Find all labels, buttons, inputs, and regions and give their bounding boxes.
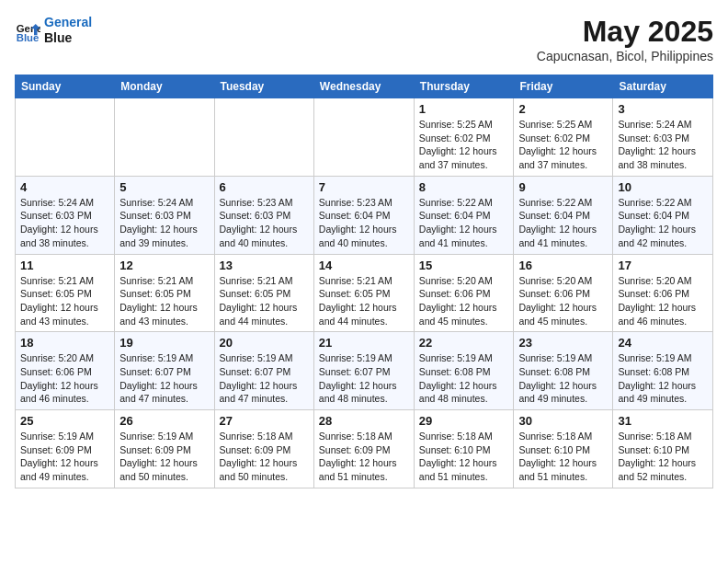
calendar-cell: 6Sunrise: 5:23 AM Sunset: 6:03 PM Daylig…: [214, 176, 313, 254]
day-number: 7: [319, 180, 409, 194]
calendar-cell: 22Sunrise: 5:19 AM Sunset: 6:08 PM Dayli…: [414, 332, 514, 410]
calendar-cell: 1Sunrise: 5:25 AM Sunset: 6:02 PM Daylig…: [414, 98, 514, 177]
calendar-cell: 26Sunrise: 5:19 AM Sunset: 6:09 PM Dayli…: [115, 410, 214, 488]
day-info: Sunrise: 5:19 AM Sunset: 6:07 PM Dayligh…: [319, 351, 409, 406]
calendar-header-row: SundayMondayTuesdayWednesdayThursdayFrid…: [16, 75, 713, 98]
day-number: 15: [419, 259, 509, 272]
calendar-cell: 23Sunrise: 5:19 AM Sunset: 6:08 PM Dayli…: [514, 332, 613, 410]
calendar-cell: 12Sunrise: 5:21 AM Sunset: 6:05 PM Dayli…: [115, 254, 214, 332]
calendar-cell: 29Sunrise: 5:18 AM Sunset: 6:10 PM Dayli…: [414, 410, 514, 488]
calendar-cell: 31Sunrise: 5:18 AM Sunset: 6:10 PM Dayli…: [613, 410, 713, 488]
calendar-cell: 15Sunrise: 5:20 AM Sunset: 6:06 PM Dayli…: [414, 254, 514, 332]
day-number: 4: [20, 180, 109, 194]
day-number: 2: [518, 102, 608, 116]
day-info: Sunrise: 5:24 AM Sunset: 6:03 PM Dayligh…: [618, 118, 708, 172]
day-number: 5: [119, 180, 209, 194]
weekday-header: Sunday: [16, 75, 115, 98]
day-number: 1: [419, 102, 509, 116]
day-number: 29: [419, 414, 509, 428]
day-info: Sunrise: 5:19 AM Sunset: 6:07 PM Dayligh…: [220, 351, 309, 406]
day-info: Sunrise: 5:22 AM Sunset: 6:04 PM Dayligh…: [419, 196, 509, 250]
day-number: 6: [220, 180, 309, 194]
day-info: Sunrise: 5:23 AM Sunset: 6:04 PM Dayligh…: [319, 196, 409, 250]
day-info: Sunrise: 5:18 AM Sunset: 6:10 PM Dayligh…: [618, 430, 708, 484]
day-number: 17: [618, 259, 708, 272]
day-info: Sunrise: 5:20 AM Sunset: 6:06 PM Dayligh…: [618, 274, 708, 328]
day-info: Sunrise: 5:21 AM Sunset: 6:05 PM Dayligh…: [119, 274, 209, 328]
calendar-cell: 13Sunrise: 5:21 AM Sunset: 6:05 PM Dayli…: [214, 254, 313, 332]
day-number: 12: [119, 259, 209, 272]
weekday-header: Friday: [514, 75, 613, 98]
weekday-header: Thursday: [414, 75, 514, 98]
day-number: 14: [319, 259, 409, 272]
calendar-cell: [214, 98, 313, 177]
day-number: 25: [20, 414, 109, 428]
day-info: Sunrise: 5:19 AM Sunset: 6:08 PM Dayligh…: [419, 351, 509, 406]
day-number: 26: [119, 414, 209, 428]
weekday-header: Wednesday: [313, 75, 414, 98]
weekday-header: Monday: [115, 75, 214, 98]
day-info: Sunrise: 5:24 AM Sunset: 6:03 PM Dayligh…: [119, 196, 209, 250]
day-info: Sunrise: 5:18 AM Sunset: 6:09 PM Dayligh…: [220, 430, 309, 484]
calendar-cell: 14Sunrise: 5:21 AM Sunset: 6:05 PM Dayli…: [313, 254, 414, 332]
calendar-cell: 21Sunrise: 5:19 AM Sunset: 6:07 PM Dayli…: [313, 332, 414, 410]
calendar-week-row: 25Sunrise: 5:19 AM Sunset: 6:09 PM Dayli…: [16, 410, 713, 488]
calendar-week-row: 1Sunrise: 5:25 AM Sunset: 6:02 PM Daylig…: [16, 98, 713, 177]
page-header: General Blue GeneralBlue May 2025 Capucn…: [15, 15, 713, 63]
day-info: Sunrise: 5:19 AM Sunset: 6:08 PM Dayligh…: [518, 351, 608, 406]
day-number: 11: [20, 259, 109, 272]
calendar-cell: [313, 98, 414, 177]
calendar-cell: 18Sunrise: 5:20 AM Sunset: 6:06 PM Dayli…: [16, 332, 115, 410]
calendar-cell: [115, 98, 214, 177]
logo-icon: General Blue: [15, 17, 40, 43]
day-number: 16: [518, 259, 608, 272]
day-info: Sunrise: 5:21 AM Sunset: 6:05 PM Dayligh…: [220, 274, 309, 328]
day-number: 23: [518, 336, 608, 350]
calendar-cell: 5Sunrise: 5:24 AM Sunset: 6:03 PM Daylig…: [115, 176, 214, 254]
calendar-cell: 25Sunrise: 5:19 AM Sunset: 6:09 PM Dayli…: [16, 410, 115, 488]
calendar-cell: 19Sunrise: 5:19 AM Sunset: 6:07 PM Dayli…: [115, 332, 214, 410]
day-number: 22: [419, 336, 509, 350]
day-info: Sunrise: 5:18 AM Sunset: 6:10 PM Dayligh…: [518, 430, 608, 484]
weekday-header: Tuesday: [214, 75, 313, 98]
calendar-cell: 8Sunrise: 5:22 AM Sunset: 6:04 PM Daylig…: [414, 176, 514, 254]
day-info: Sunrise: 5:19 AM Sunset: 6:09 PM Dayligh…: [119, 430, 209, 484]
calendar-week-row: 4Sunrise: 5:24 AM Sunset: 6:03 PM Daylig…: [16, 176, 713, 254]
calendar-cell: 30Sunrise: 5:18 AM Sunset: 6:10 PM Dayli…: [514, 410, 613, 488]
calendar-cell: 4Sunrise: 5:24 AM Sunset: 6:03 PM Daylig…: [16, 176, 115, 254]
day-number: 9: [518, 180, 608, 194]
day-info: Sunrise: 5:20 AM Sunset: 6:06 PM Dayligh…: [518, 274, 608, 328]
calendar-week-row: 11Sunrise: 5:21 AM Sunset: 6:05 PM Dayli…: [16, 254, 713, 332]
day-number: 13: [220, 259, 309, 272]
calendar-cell: 9Sunrise: 5:22 AM Sunset: 6:04 PM Daylig…: [514, 176, 613, 254]
calendar-cell: 24Sunrise: 5:19 AM Sunset: 6:08 PM Dayli…: [613, 332, 713, 410]
day-number: 24: [618, 336, 708, 350]
calendar-cell: 27Sunrise: 5:18 AM Sunset: 6:09 PM Dayli…: [214, 410, 313, 488]
logo-text: GeneralBlue: [44, 15, 92, 46]
calendar-cell: 11Sunrise: 5:21 AM Sunset: 6:05 PM Dayli…: [16, 254, 115, 332]
day-number: 27: [220, 414, 309, 428]
logo: General Blue GeneralBlue: [15, 15, 92, 46]
day-number: 8: [419, 180, 509, 194]
day-number: 18: [20, 336, 109, 350]
day-info: Sunrise: 5:23 AM Sunset: 6:03 PM Dayligh…: [220, 196, 309, 250]
day-number: 31: [618, 414, 708, 428]
subtitle: Capucnasan, Bicol, Philippines: [537, 49, 713, 63]
calendar-week-row: 18Sunrise: 5:20 AM Sunset: 6:06 PM Dayli…: [16, 332, 713, 410]
calendar-cell: 16Sunrise: 5:20 AM Sunset: 6:06 PM Dayli…: [514, 254, 613, 332]
calendar-cell: 10Sunrise: 5:22 AM Sunset: 6:04 PM Dayli…: [613, 176, 713, 254]
day-info: Sunrise: 5:21 AM Sunset: 6:05 PM Dayligh…: [319, 274, 409, 328]
day-number: 21: [319, 336, 409, 350]
day-info: Sunrise: 5:20 AM Sunset: 6:06 PM Dayligh…: [419, 274, 509, 328]
day-info: Sunrise: 5:25 AM Sunset: 6:02 PM Dayligh…: [518, 118, 608, 172]
calendar-cell: 7Sunrise: 5:23 AM Sunset: 6:04 PM Daylig…: [313, 176, 414, 254]
day-number: 28: [319, 414, 409, 428]
day-info: Sunrise: 5:19 AM Sunset: 6:07 PM Dayligh…: [119, 351, 209, 406]
calendar-cell: 2Sunrise: 5:25 AM Sunset: 6:02 PM Daylig…: [514, 98, 613, 177]
day-info: Sunrise: 5:21 AM Sunset: 6:05 PM Dayligh…: [20, 274, 109, 328]
calendar-table: SundayMondayTuesdayWednesdayThursdayFrid…: [15, 75, 713, 488]
day-number: 20: [220, 336, 309, 350]
day-info: Sunrise: 5:18 AM Sunset: 6:10 PM Dayligh…: [419, 430, 509, 484]
calendar-cell: [16, 98, 115, 177]
main-title: May 2025: [537, 15, 713, 49]
